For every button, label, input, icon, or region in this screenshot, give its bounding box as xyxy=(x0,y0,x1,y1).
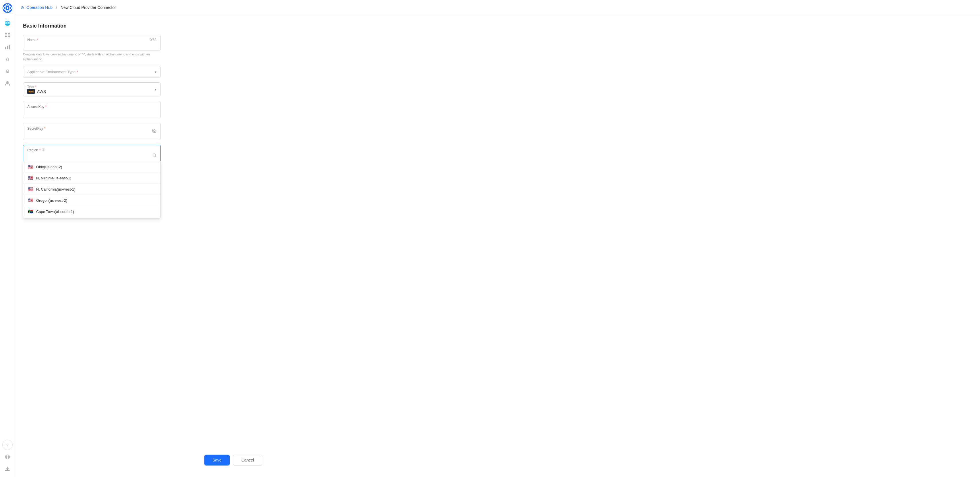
breadcrumb-current-page: New Cloud Provider Connector xyxy=(60,5,116,10)
region-option-n-virginia[interactable]: 🇺🇸 N. Virginia(us-east-1) xyxy=(23,172,161,184)
name-input-wrapper: Name* 0/63 xyxy=(23,35,161,51)
breadcrumb-separator: / xyxy=(56,5,57,10)
cancel-button[interactable]: Cancel xyxy=(233,455,262,466)
env-type-chevron-icon: ▾ xyxy=(155,70,156,74)
region-input-wrapper: Region * ⓘ xyxy=(23,145,161,161)
flag-n-california: 🇺🇸 xyxy=(28,186,33,192)
grid-icon[interactable] xyxy=(2,30,13,40)
chart-icon[interactable] xyxy=(2,42,13,52)
access-key-input[interactable] xyxy=(27,110,156,114)
svg-rect-9 xyxy=(7,46,8,49)
save-button[interactable]: Save xyxy=(204,455,230,466)
access-key-field: AccessKey * xyxy=(23,101,161,118)
globe-icon[interactable]: 🌐 xyxy=(2,18,13,28)
settings-icon[interactable]: ⚙ xyxy=(2,66,13,76)
language-icon[interactable] xyxy=(2,452,13,462)
flag-oregon: 🇺🇸 xyxy=(28,198,33,203)
svg-line-16 xyxy=(155,156,156,157)
toggle-password-icon[interactable] xyxy=(152,129,156,134)
page-title: Basic Information xyxy=(23,23,972,29)
form-container: Name* 0/63 Contains only lowercase alpha… xyxy=(23,35,161,219)
env-type-field: Applicable Environment Type * ▾ xyxy=(23,66,161,78)
secret-key-label: SecretKey * xyxy=(27,127,156,130)
access-key-wrapper: AccessKey * xyxy=(23,101,161,118)
region-label-n-california: N. California(us-west-1) xyxy=(36,187,75,191)
page-content: Basic Information Name* 0/63 Contains on… xyxy=(15,15,980,477)
sidebar: 🌐 ♻ ⚙ ? xyxy=(0,0,15,477)
flag-cape-town: 🇿🇦 xyxy=(28,209,33,214)
recycle-icon[interactable]: ♻ xyxy=(2,54,13,64)
secret-key-wrapper: SecretKey * xyxy=(23,123,161,140)
svg-point-3 xyxy=(6,7,8,9)
region-dropdown: 🇺🇸 Ohio(us-east-2) 🇺🇸 N. Virginia(us-eas… xyxy=(23,161,161,219)
secret-key-input[interactable] xyxy=(27,132,156,136)
region-option-hong-kong[interactable]: 🇭🇰 Hong Kong(China)(ap-east-1) xyxy=(23,217,161,219)
region-label-oregon: Oregon(us-west-2) xyxy=(36,198,67,203)
svg-rect-5 xyxy=(8,33,10,35)
breadcrumb-hub-link[interactable]: Operation Hub xyxy=(26,5,52,10)
region-field: Region * ⓘ xyxy=(23,145,161,219)
region-label-cape-town: Cape Town(af-south-1) xyxy=(36,210,74,214)
name-label: Name* xyxy=(27,38,156,42)
main-content: ⊙ Operation Hub / New Cloud Provider Con… xyxy=(15,0,980,477)
region-info-icon[interactable]: ⓘ xyxy=(42,148,45,152)
svg-rect-6 xyxy=(5,36,7,37)
page-header: ⊙ Operation Hub / New Cloud Provider Con… xyxy=(15,0,980,15)
action-buttons: Save Cancel xyxy=(204,455,262,466)
region-option-oregon[interactable]: 🇺🇸 Oregon(us-west-2) xyxy=(23,195,161,206)
region-label-ohio: Ohio(us-east-2) xyxy=(36,165,62,169)
region-search-input[interactable] xyxy=(27,154,153,158)
region-option-n-california[interactable]: 🇺🇸 N. California(us-west-1) xyxy=(23,184,161,195)
access-key-label: AccessKey * xyxy=(27,105,156,109)
app-logo[interactable] xyxy=(2,3,13,13)
svg-rect-4 xyxy=(5,33,7,35)
flag-n-virginia: 🇺🇸 xyxy=(28,175,33,181)
secret-key-field: SecretKey * xyxy=(23,123,161,140)
env-type-label: Applicable Environment Type * xyxy=(27,70,78,74)
aws-logo: aws xyxy=(27,89,35,94)
region-option-ohio[interactable]: 🇺🇸 Ohio(us-east-2) xyxy=(23,161,161,172)
help-icon[interactable]: ? xyxy=(2,440,13,450)
type-field: Type * aws AWS ▾ xyxy=(23,83,161,97)
type-select[interactable]: Type * aws AWS ▾ xyxy=(23,83,161,97)
operation-hub-icon: ⊙ xyxy=(21,5,24,10)
download-icon[interactable] xyxy=(2,464,13,474)
region-label: Region * ⓘ xyxy=(27,148,156,152)
region-label-n-virginia: N. Virginia(us-east-1) xyxy=(36,176,72,180)
flag-ohio: 🇺🇸 xyxy=(28,164,33,169)
type-value: AWS xyxy=(37,89,46,94)
svg-rect-7 xyxy=(8,36,10,37)
name-field: Name* 0/63 Contains only lowercase alpha… xyxy=(23,35,161,61)
name-counter: 0/63 xyxy=(150,38,156,42)
user-icon[interactable] xyxy=(2,78,13,88)
svg-point-11 xyxy=(6,81,9,84)
type-label: Type * xyxy=(27,85,46,88)
svg-rect-8 xyxy=(5,47,6,49)
region-option-cape-town[interactable]: 🇿🇦 Cape Town(af-south-1) xyxy=(23,206,161,217)
type-chevron-icon: ▾ xyxy=(155,87,156,92)
region-search-icon xyxy=(153,153,156,158)
env-type-select[interactable]: Applicable Environment Type * ▾ xyxy=(23,66,161,78)
name-input[interactable] xyxy=(27,43,156,47)
svg-rect-10 xyxy=(9,45,10,49)
name-hint: Contains only lowercase alphanumeric or … xyxy=(23,52,161,61)
